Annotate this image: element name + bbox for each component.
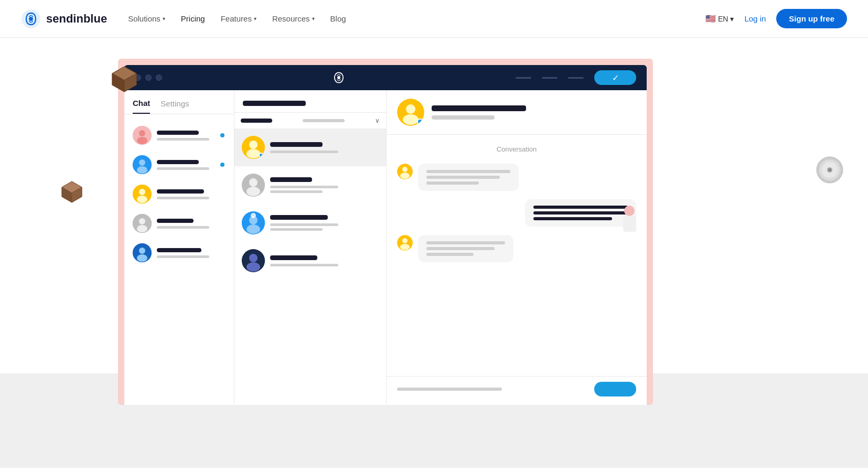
msg-preview [270,264,338,266]
signup-button[interactable]: Sign up free [776,9,847,28]
tab-chat[interactable]: Chat [133,99,150,114]
titlebar-check-button[interactable]: ✓ [594,70,636,85]
svg-point-50 [624,206,635,216]
online-indicator [417,119,423,125]
message-filter-row: ∨ [234,113,386,128]
nav-solutions[interactable]: Solutions ▾ [128,14,165,23]
message-bubble-left-2 [397,235,636,262]
chat-preview [157,226,209,229]
message-bubble-left [397,164,636,191]
svg-point-30 [137,254,147,262]
msg-preview-2 [270,190,323,193]
bubble-text [533,217,612,220]
chat-item[interactable] [130,238,229,267]
conversation-panel: Conversation [387,90,647,405]
message-info [270,142,379,153]
svg-point-33 [247,149,260,158]
svg-point-29 [139,248,145,254]
chat-preview [157,197,209,199]
message-title [243,101,306,106]
nav-links: Solutions ▾ Pricing Features ▾ Resources… [128,14,346,23]
svg-point-39 [247,224,260,234]
svg-point-24 [137,196,147,203]
msg-preview [270,223,338,226]
send-button[interactable] [594,382,636,396]
chat-panel: Chat Settings [124,90,234,405]
online-dot [259,153,264,158]
navbar-left: sendinblue Solutions ▾ Pricing Features … [21,9,346,29]
logo-text: sendinblue [46,12,107,26]
svg-point-48 [402,167,408,172]
navbar-right: 🇺🇸 EN ▾ Log in Sign up free [705,9,847,28]
app-titlebar: ✓ [124,65,647,90]
nav-resources[interactable]: Resources ▾ [272,14,315,23]
msg-preview [270,151,338,153]
conversation-title: Conversation [397,145,636,153]
avatar [133,185,152,203]
avatar [133,155,152,174]
filter-label [241,119,272,123]
bubble-text [426,176,500,179]
titlebar-logo [331,70,346,85]
bubble-text [426,241,505,244]
app-frame: ✓ Chat Settings [118,59,653,405]
chevron-down-icon[interactable]: ∨ [375,117,380,124]
chat-item[interactable] [130,150,229,179]
titlebar-line-2 [542,77,558,79]
bubble-text [426,170,510,173]
right-person-decoration [618,203,641,234]
chat-tabs: Chat Settings [124,90,234,114]
chat-info [157,131,226,141]
message-item[interactable] [234,204,386,242]
message-avatar [242,211,265,234]
conversation-body: Conversation [387,135,647,376]
svg-point-35 [249,178,258,187]
svg-point-21 [137,166,147,174]
svg-point-27 [137,225,147,232]
login-button[interactable]: Log in [744,14,766,23]
bubble-avatar-2 [397,235,413,251]
conv-sub-bar [432,115,495,120]
nav-features[interactable]: Features ▾ [221,14,256,23]
dot-3 [156,74,162,81]
svg-point-26 [139,218,145,224]
bubble-avatar [397,164,413,179]
tab-settings[interactable]: Settings [160,99,189,113]
avatar [133,214,152,233]
chat-name [157,160,199,164]
nav-blog[interactable]: Blog [330,14,346,23]
chat-preview [157,167,209,170]
message-item[interactable] [234,128,386,166]
conv-avatar [397,99,424,126]
titlebar-line-1 [516,77,531,79]
conv-name [432,105,526,120]
app-content: Chat Settings [124,90,647,405]
conversation-footer [387,376,647,405]
nav-pricing[interactable]: Pricing [181,14,205,23]
input-placeholder [397,388,502,391]
message-avatar [242,136,265,159]
chat-preview [157,255,209,258]
unread-badge [220,163,224,167]
chat-item[interactable] [130,179,229,209]
svg-point-15 [337,76,340,79]
message-item[interactable] [234,242,386,280]
chat-info [157,160,226,170]
chat-list [124,121,234,267]
bubble-text [426,253,474,256]
message-item[interactable] [234,166,386,204]
logo[interactable]: sendinblue [21,9,107,29]
cube-decoration-top [110,64,139,93]
bubble-text [426,247,495,250]
titlebar-actions: ✓ [516,70,636,85]
bubble-text [426,181,479,185]
svg-point-1 [29,17,33,21]
svg-point-36 [247,187,260,196]
language-selector[interactable]: 🇺🇸 EN ▾ [705,14,734,24]
chat-item[interactable] [130,209,229,238]
unread-badge [220,133,224,137]
filter-sub [303,119,345,122]
message-info [270,177,379,193]
chat-item[interactable] [130,121,229,150]
conversation-header [387,90,647,135]
